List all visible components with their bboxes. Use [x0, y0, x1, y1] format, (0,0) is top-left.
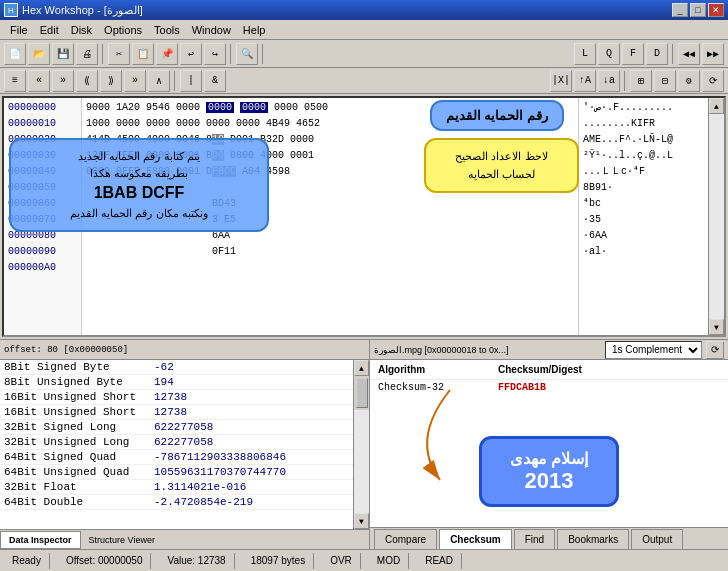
- data-row-unsigned-long: 32Bit Unsigned Long 622277058: [0, 435, 353, 450]
- digest-value: FFDCAB1B: [498, 382, 720, 393]
- data-row-unsigned-short: 16Bit Unsigned Short 12738: [0, 405, 353, 420]
- tb2-btn9[interactable]: &: [204, 70, 226, 92]
- menu-tools[interactable]: Tools: [148, 22, 186, 38]
- tab-output[interactable]: Output: [631, 529, 683, 549]
- separator-5: [174, 71, 176, 91]
- tb2-btn2[interactable]: «: [28, 70, 50, 92]
- checksum-file-label: الصورة.mpg [0x00000018 to 0x...]: [374, 345, 601, 355]
- undo-button[interactable]: ↩: [180, 43, 202, 65]
- separator-3: [262, 44, 264, 64]
- find-button[interactable]: 🔍: [236, 43, 258, 65]
- algorithm-col-header: Algorithm: [378, 364, 498, 375]
- menu-help[interactable]: Help: [237, 22, 272, 38]
- cut-button[interactable]: ✂: [108, 43, 130, 65]
- new-button[interactable]: 📄: [4, 43, 26, 65]
- tab-structure-viewer[interactable]: Structure Viewer: [81, 531, 163, 549]
- digest-col-header: Checksum/Digest: [498, 364, 720, 375]
- scroll-down-arrow[interactable]: ▼: [709, 319, 724, 335]
- menu-window[interactable]: Window: [186, 22, 237, 38]
- inspector-tabs: Data Inspector Structure Viewer: [0, 529, 369, 549]
- tb2-btn3[interactable]: »: [52, 70, 74, 92]
- inspector-scroll-down[interactable]: ▼: [354, 513, 369, 529]
- checksum-panel: الصورة.mpg [0x00000018 to 0x...] 1s Comp…: [370, 340, 728, 549]
- data-rows-container: 8Bit Signed Byte -62 8Bit Unsigned Byte …: [0, 360, 353, 529]
- open-button[interactable]: 📂: [28, 43, 50, 65]
- callout-old-key: رقم الحمايه القديم: [430, 100, 564, 131]
- tb2-btn15[interactable]: ⚙: [678, 70, 700, 92]
- tab-checksum[interactable]: Checksum: [439, 529, 512, 549]
- copy-button[interactable]: 📋: [132, 43, 154, 65]
- window-controls[interactable]: _ □ ✕: [672, 3, 724, 17]
- separator-6: [624, 71, 626, 91]
- data-row-signed-short: 16Bit Unsigned Short 12738: [0, 390, 353, 405]
- tb2-btn4[interactable]: ⟪: [76, 70, 98, 92]
- menu-options[interactable]: Options: [98, 22, 148, 38]
- redo-button[interactable]: ↪: [204, 43, 226, 65]
- inspector-scrollbar[interactable]: ▲ ▼: [353, 360, 369, 529]
- tab-data-inspector[interactable]: Data Inspector: [0, 531, 81, 549]
- tb2-btn16[interactable]: ⟳: [702, 70, 724, 92]
- status-offset: Offset: 00000050: [58, 553, 152, 569]
- status-size: 18097 bytes: [243, 553, 315, 569]
- app-icon: H: [4, 3, 18, 17]
- separator-2: [230, 44, 232, 64]
- status-mode-ovr: OVR: [322, 553, 361, 569]
- tb2-btn7[interactable]: ∧: [148, 70, 170, 92]
- tab-find[interactable]: Find: [514, 529, 555, 549]
- print-button[interactable]: 🖨: [76, 43, 98, 65]
- checksum-header-row: Algorithm Checksum/Digest: [370, 360, 728, 380]
- tb2-btn8[interactable]: |: [180, 70, 202, 92]
- nav-fwd[interactable]: ▶▶: [702, 43, 724, 65]
- minimize-button[interactable]: _: [672, 3, 688, 17]
- status-ready: Ready: [4, 553, 50, 569]
- close-button[interactable]: ✕: [708, 3, 724, 17]
- paste-button[interactable]: 📌: [156, 43, 178, 65]
- tb2-btn10[interactable]: |X|: [550, 70, 572, 92]
- tab-bookmarks[interactable]: Bookmarks: [557, 529, 629, 549]
- offset-display: offset: 80 [0x00000050]: [4, 345, 128, 355]
- split-panels: offset: 80 [0x00000050] 8Bit Signed Byte…: [0, 339, 728, 549]
- tb2-btn5[interactable]: ⟫: [100, 70, 122, 92]
- data-inspector-content: 8Bit Signed Byte -62 8Bit Unsigned Byte …: [0, 360, 369, 529]
- callout-new-key: يتم كتابة رقم الحمايه الجديد بطريقه معكو…: [9, 138, 269, 232]
- tb2-btn13[interactable]: ⊞: [630, 70, 652, 92]
- tab-compare[interactable]: Compare: [374, 529, 437, 549]
- maximize-button[interactable]: □: [690, 3, 706, 17]
- toolbar-btn-l[interactable]: L: [574, 43, 596, 65]
- menu-edit[interactable]: Edit: [34, 22, 65, 38]
- data-row-unsigned-byte: 8Bit Unsigned Byte 194: [0, 375, 353, 390]
- menu-file[interactable]: File: [4, 22, 34, 38]
- hex-editor: 00000000 00000010 00000020 00000030 0000…: [2, 96, 726, 337]
- algorithm-value: Checksum-32: [378, 382, 498, 393]
- refresh-button[interactable]: ⟳: [706, 341, 724, 359]
- status-value: Value: 12738: [159, 553, 234, 569]
- checksum-content: Algorithm Checksum/Digest Checksum-32 FF…: [370, 360, 728, 527]
- inspector-scroll-up[interactable]: ▲: [354, 360, 369, 376]
- callout-correct-calc: لاحظ الاعداد الصحيح لحساب الحمايه: [424, 138, 579, 193]
- tb2-btn1[interactable]: ≡: [4, 70, 26, 92]
- checksum-data-row: Checksum-32 FFDCAB1B: [370, 380, 728, 395]
- tb2-btn6[interactable]: »: [124, 70, 146, 92]
- scroll-up-arrow[interactable]: ▲: [709, 98, 724, 114]
- toolbar-btn-q[interactable]: Q: [598, 43, 620, 65]
- tb2-btn11[interactable]: ↑A: [574, 70, 596, 92]
- toolbar-btn-f[interactable]: F: [622, 43, 644, 65]
- hex-scrollbar[interactable]: ▲ ▼: [708, 98, 724, 335]
- data-row-double: 64Bit Double -2.4720854e-219: [0, 495, 353, 510]
- toolbar-btn-d[interactable]: D: [646, 43, 668, 65]
- window-title: Hex Workshop - [الصورة]: [22, 4, 143, 17]
- algorithm-dropdown[interactable]: 1s Complement 2s Complement CRC-32 Check…: [605, 341, 702, 359]
- nav-back[interactable]: ◀◀: [678, 43, 700, 65]
- data-row-float: 32Bit Float 1.3114021e-016: [0, 480, 353, 495]
- tb2-btn14[interactable]: ⊟: [654, 70, 676, 92]
- separator-1: [102, 44, 104, 64]
- data-row-signed-quad: 64Bit Signed Quad -7867112903338806846: [0, 450, 353, 465]
- data-row-signed-long: 32Bit Signed Long 622277058: [0, 420, 353, 435]
- status-mode-read: READ: [417, 553, 462, 569]
- save-button[interactable]: 💾: [52, 43, 74, 65]
- menu-disk[interactable]: Disk: [65, 22, 98, 38]
- toolbar-1: 📄 📂 💾 🖨 ✂ 📋 📌 ↩ ↪ 🔍 L Q F D ◀◀ ▶▶: [0, 40, 728, 68]
- tb2-btn12[interactable]: ↓a: [598, 70, 620, 92]
- inspector-scroll-thumb[interactable]: [356, 378, 368, 408]
- data-inspector-panel: offset: 80 [0x00000050] 8Bit Signed Byte…: [0, 340, 370, 549]
